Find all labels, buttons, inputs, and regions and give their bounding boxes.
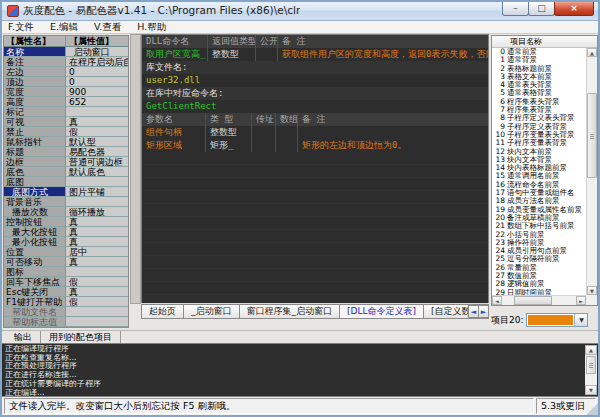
property-value[interactable]: 易配色器: [66, 147, 128, 157]
property-value[interactable]: _启动窗口: [66, 47, 128, 57]
output-tab[interactable]: 输出: [6, 331, 41, 344]
property-row[interactable]: 左边0: [4, 67, 128, 77]
property-row[interactable]: 底色默认底色: [4, 167, 128, 177]
property-value[interactable]: 图片平铺: [66, 187, 128, 197]
menu-item[interactable]: H.帮助: [137, 21, 166, 34]
table-data-row[interactable]: 矩形区域矩形_矩形的左边和顶边恒为0。: [142, 139, 488, 152]
list-item[interactable]: 26常量前景: [492, 264, 586, 272]
maximize-button[interactable]: □: [528, 2, 555, 16]
property-value[interactable]: 真: [66, 227, 128, 237]
property-row[interactable]: 边框普通可调边框: [4, 157, 128, 167]
list-header[interactable]: 项目名称: [492, 36, 597, 48]
property-value[interactable]: 循环播放: [66, 207, 128, 217]
dll-definition-table[interactable]: DLL命令名返回值类型公开备 注取用户区宽高_整数型获取组件用户区的宽度和高度，…: [141, 34, 489, 304]
property-value[interactable]: 默认底色: [66, 167, 128, 177]
resize-grip-icon[interactable]: [586, 403, 598, 415]
property-value[interactable]: 652: [66, 97, 128, 107]
scroll-down-icon[interactable]: ▼: [585, 385, 597, 395]
editor-tab[interactable]: _启动窗口: [183, 304, 240, 319]
property-value[interactable]: [66, 107, 128, 117]
property-row[interactable]: 禁止假: [4, 127, 128, 137]
minimize-button[interactable]: –: [502, 2, 529, 16]
property-value[interactable]: 普通可调边框: [66, 157, 128, 167]
property-value[interactable]: 0: [66, 77, 128, 87]
list-item[interactable]: 23操作符前景: [492, 239, 586, 247]
property-row[interactable]: 鼠标指针默认型: [4, 137, 128, 147]
property-value[interactable]: 真: [66, 287, 128, 297]
list-item[interactable]: 12块内文本前景: [492, 148, 586, 156]
list-item[interactable]: 6程序集表头背景: [492, 98, 586, 106]
list-item[interactable]: 18成员方法名前景: [492, 197, 586, 205]
scrollbar-thumb[interactable]: [587, 93, 597, 178]
property-row[interactable]: 底图: [4, 177, 128, 187]
property-row[interactable]: 宽度900: [4, 87, 128, 97]
property-row[interactable]: 可否移动真: [4, 257, 128, 267]
api-name-value[interactable]: GetClientRect: [142, 100, 488, 113]
list-item[interactable]: 24成员引用句点前景: [492, 247, 586, 255]
scroll-up-icon[interactable]: ▲: [587, 48, 597, 57]
property-row[interactable]: 图标: [4, 267, 128, 277]
editor-tab[interactable]: [DLL命令定义表]: [339, 304, 424, 319]
property-row[interactable]: 回车下移焦点假: [4, 277, 128, 287]
list-item[interactable]: 14块内表格标题前景: [492, 164, 586, 172]
editor-tab[interactable]: 起始页: [141, 304, 184, 319]
menu-item[interactable]: E.编辑: [50, 21, 78, 34]
property-row[interactable]: 备注在程序启动后自: [4, 57, 128, 67]
property-value[interactable]: [66, 177, 128, 187]
property-row[interactable]: 可视真: [4, 117, 128, 127]
color-combobox[interactable]: ▼: [526, 313, 588, 327]
list-vertical-scrollbar[interactable]: ▲ ▼: [586, 48, 597, 295]
library-name-value[interactable]: user32.dll: [142, 74, 488, 87]
property-value[interactable]: [66, 267, 128, 277]
property-row[interactable]: 帮助标志值: [4, 317, 128, 327]
list-item[interactable]: 1通常背景: [492, 56, 586, 64]
property-value[interactable]: 真: [66, 257, 128, 267]
property-value[interactable]: 假: [66, 127, 128, 137]
property-row[interactable]: 播放次数循环播放: [4, 207, 128, 217]
list-item[interactable]: 27数值前景: [492, 272, 586, 280]
list-item[interactable]: 28逻辑值前景: [492, 280, 586, 288]
list-item[interactable]: 0通常前景: [492, 48, 586, 56]
list-item[interactable]: 25逗号分隔符前景: [492, 255, 586, 263]
list-item[interactable]: 15通常调用名前景: [492, 172, 586, 180]
table-data-row[interactable]: 取用户区宽高_整数型获取组件用户区的宽度和高度，返回0表示失败，否则表示成功: [142, 48, 488, 61]
scroll-up-icon[interactable]: ▲: [585, 345, 597, 355]
list-item[interactable]: 13块内文本背景: [492, 156, 586, 164]
scrollbar-thumb[interactable]: [514, 296, 552, 305]
property-row[interactable]: 底图方式图片平铺: [4, 187, 128, 197]
scroll-left-icon[interactable]: ◄: [492, 296, 502, 305]
list-item[interactable]: 10子程序变量表头背景: [492, 131, 586, 139]
tab-scroll-right-icon[interactable]: ►: [478, 305, 489, 318]
property-value[interactable]: 真: [66, 217, 128, 227]
list-item[interactable]: 7程序集表背景: [492, 106, 586, 114]
property-row[interactable]: 标题易配色器: [4, 147, 128, 157]
property-row[interactable]: 最大化按钮真: [4, 227, 128, 237]
property-row[interactable]: 背景音乐: [4, 197, 128, 207]
output-vertical-scrollbar[interactable]: ▲ ▼: [585, 345, 597, 395]
property-value[interactable]: 真: [66, 117, 128, 127]
list-horizontal-scrollbar[interactable]: ◄ ►: [492, 295, 586, 305]
output-tab[interactable]: 用到的配色项目: [41, 331, 121, 344]
property-row[interactable]: 位置居中: [4, 247, 128, 257]
property-value[interactable]: [66, 307, 128, 317]
property-row[interactable]: 顶边0: [4, 77, 128, 87]
scroll-right-icon[interactable]: ►: [576, 296, 586, 305]
property-value[interactable]: 居中: [66, 247, 128, 257]
list-item[interactable]: 19成员变量或属性名前景: [492, 206, 586, 214]
property-row[interactable]: 标记: [4, 107, 128, 117]
property-value[interactable]: 默认型: [66, 137, 128, 147]
property-row[interactable]: Esc键关闭真: [4, 287, 128, 297]
list-item[interactable]: 21数组下标中括号前景: [492, 222, 586, 230]
property-value[interactable]: 在程序启动后自: [66, 57, 128, 67]
property-row[interactable]: 高度652: [4, 97, 128, 107]
list-item[interactable]: 20备注或草稿前景: [492, 214, 586, 222]
property-row[interactable]: 帮助文件名: [4, 307, 128, 317]
property-value[interactable]: [66, 317, 128, 327]
property-row[interactable]: 最小化按钮真: [4, 237, 128, 247]
property-value[interactable]: [66, 197, 128, 207]
editor-tab[interactable]: 窗口程序集_启动窗口: [239, 304, 341, 319]
list-item[interactable]: 2表格标题前景: [492, 65, 586, 73]
list-item[interactable]: 11子程序变量表背景: [492, 139, 586, 147]
property-value[interactable]: 真: [66, 237, 128, 247]
list-item[interactable]: 22小括号前景: [492, 231, 586, 239]
